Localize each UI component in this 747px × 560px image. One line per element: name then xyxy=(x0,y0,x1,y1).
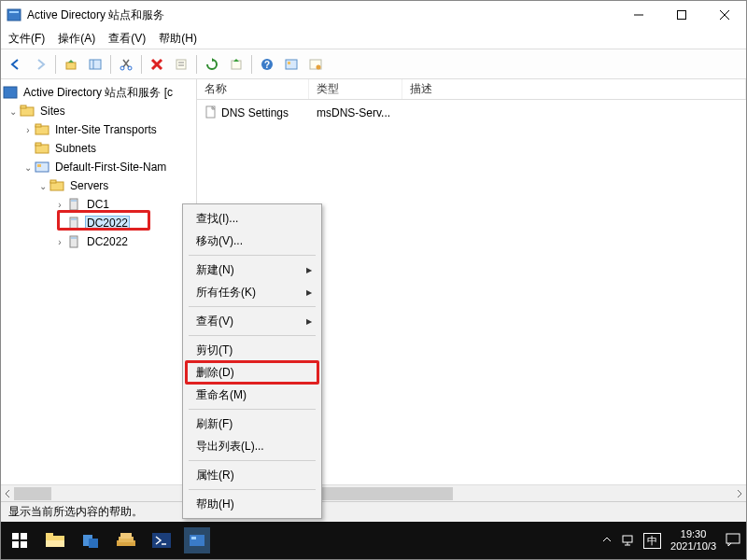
ctx-move[interactable]: 移动(V)... xyxy=(185,230,319,252)
back-button[interactable] xyxy=(5,53,27,76)
svg-rect-54 xyxy=(190,535,204,546)
up-button[interactable] xyxy=(60,53,82,76)
app-icon xyxy=(7,7,21,22)
ime-indicator[interactable]: 中 xyxy=(643,533,661,549)
settings-button[interactable] xyxy=(280,53,303,76)
window-title: Active Directory 站点和服务 xyxy=(27,7,164,23)
tree-inter-site[interactable]: › Inter-Site Transports xyxy=(1,120,196,139)
svg-point-9 xyxy=(120,66,124,70)
start-button[interactable] xyxy=(7,527,33,553)
menu-separator xyxy=(189,489,316,490)
ctx-cut[interactable]: 剪切(T) xyxy=(185,339,319,361)
collapse-icon[interactable]: › xyxy=(53,237,66,247)
svg-rect-55 xyxy=(191,537,196,539)
close-button[interactable] xyxy=(703,1,746,29)
tray-up-icon[interactable] xyxy=(602,535,612,546)
svg-rect-1 xyxy=(9,11,19,13)
folder-icon xyxy=(49,178,64,193)
svg-rect-31 xyxy=(37,164,41,167)
menu-help[interactable]: 帮助(H) xyxy=(159,31,197,47)
tree-default-site[interactable]: ⌄ Default-First-Site-Nam xyxy=(1,158,196,176)
filter-button[interactable] xyxy=(304,53,327,76)
tree-dc1[interactable]: › DC1 xyxy=(1,195,196,214)
item-type: msDNS-Serv... xyxy=(309,106,402,119)
tree-subnets[interactable]: Subnets xyxy=(1,139,196,158)
notifications-icon[interactable] xyxy=(726,533,740,548)
folder-icon xyxy=(35,141,49,156)
tree-servers[interactable]: ⌄ Servers xyxy=(1,176,196,195)
ctx-find[interactable]: 查找(I)... xyxy=(185,207,319,230)
tree-sites[interactable]: ⌄ Sites xyxy=(1,102,196,120)
ctx-help[interactable]: 帮助(H) xyxy=(185,493,319,515)
col-type[interactable]: 类型 xyxy=(309,79,402,99)
folder-icon xyxy=(20,104,35,119)
menu-action[interactable]: 操作(A) xyxy=(58,31,95,47)
minimize-button[interactable] xyxy=(617,1,660,29)
stack-icon[interactable] xyxy=(113,527,139,553)
network-icon[interactable] xyxy=(621,533,634,548)
clock-time: 19:30 xyxy=(670,528,716,540)
scroll-left-icon[interactable] xyxy=(1,487,14,500)
list-header: 名称 类型 描述 xyxy=(197,79,746,100)
menu-file[interactable]: 文件(F) xyxy=(8,31,45,47)
ctx-new[interactable]: 新建(N) xyxy=(185,259,319,281)
menu-separator xyxy=(189,255,316,256)
clock[interactable]: 19:30 2021/10/3 xyxy=(670,528,716,553)
svg-rect-42 xyxy=(21,533,27,539)
ctx-delete[interactable]: 删除(D) xyxy=(185,361,319,384)
item-name: DNS Settings xyxy=(221,106,289,119)
svg-rect-25 xyxy=(21,105,26,108)
powershell-icon[interactable] xyxy=(148,527,175,553)
svg-text:?: ? xyxy=(264,60,270,70)
svg-rect-46 xyxy=(46,533,53,537)
tree-dc2022-selected[interactable]: DC2022 xyxy=(1,214,196,232)
context-menu: 查找(I)... 移动(V)... 新建(N) 所有任务(K) 查看(V) 剪切… xyxy=(182,203,322,519)
ctx-rename[interactable]: 重命名(M) xyxy=(185,384,319,406)
col-desc[interactable]: 描述 xyxy=(402,79,746,99)
col-name[interactable]: 名称 xyxy=(197,79,309,99)
svg-rect-3 xyxy=(678,11,686,20)
svg-rect-7 xyxy=(90,60,101,69)
collapse-icon[interactable]: › xyxy=(21,125,35,135)
ctx-refresh[interactable]: 刷新(F) xyxy=(185,413,319,435)
ctx-properties[interactable]: 属性(R) xyxy=(185,464,319,486)
help-button[interactable]: ? xyxy=(256,53,278,76)
delete-button[interactable] xyxy=(146,53,168,76)
expand-icon[interactable]: ⌄ xyxy=(7,106,20,117)
titlebar: Active Directory 站点和服务 xyxy=(1,1,746,29)
refresh-button[interactable] xyxy=(201,53,223,76)
ctx-all-tasks[interactable]: 所有任务(K) xyxy=(185,281,319,303)
client-area: Active Directory 站点和服务 [c ⌄ Sites › Inte… xyxy=(1,79,746,501)
forward-button[interactable] xyxy=(29,53,51,76)
properties-button[interactable] xyxy=(170,53,192,76)
server-icon xyxy=(66,216,81,231)
cut-button[interactable] xyxy=(115,53,137,76)
ctx-export[interactable]: 导出列表(L)... xyxy=(185,435,319,457)
ad-sites-taskbar-icon[interactable] xyxy=(184,527,210,553)
menu-view[interactable]: 查看(V) xyxy=(108,31,146,47)
ctx-view[interactable]: 查看(V) xyxy=(185,310,319,332)
server-manager-icon[interactable] xyxy=(78,527,104,553)
maximize-button[interactable] xyxy=(660,1,703,29)
collapse-icon[interactable]: › xyxy=(53,200,66,210)
tree-root[interactable]: Active Directory 站点和服务 [c xyxy=(1,83,196,102)
status-bar: 显示当前所选内容的帮助。 xyxy=(1,501,746,522)
svg-point-10 xyxy=(128,66,132,70)
server-icon xyxy=(66,197,81,212)
tree-scrollbar[interactable] xyxy=(1,484,196,501)
show-hide-button[interactable] xyxy=(84,53,106,76)
expand-icon[interactable]: ⌄ xyxy=(21,162,35,173)
list-item[interactable]: DNS Settings msDNS-Serv... xyxy=(197,104,746,122)
svg-rect-43 xyxy=(12,541,19,548)
export-button[interactable] xyxy=(225,53,247,76)
svg-rect-56 xyxy=(623,536,632,542)
tree-dc2022-b[interactable]: › DC2022 xyxy=(1,232,196,251)
scroll-right-icon[interactable] xyxy=(733,487,746,500)
svg-rect-44 xyxy=(21,541,27,548)
document-icon xyxy=(204,105,218,121)
expand-icon[interactable]: ⌄ xyxy=(36,181,49,191)
file-explorer-icon[interactable] xyxy=(42,527,68,553)
taskbar: 中 19:30 2021/10/3 xyxy=(1,522,746,559)
ad-sites-icon xyxy=(3,85,18,100)
nav-tree[interactable]: Active Directory 站点和服务 [c ⌄ Sites › Inte… xyxy=(1,79,197,501)
